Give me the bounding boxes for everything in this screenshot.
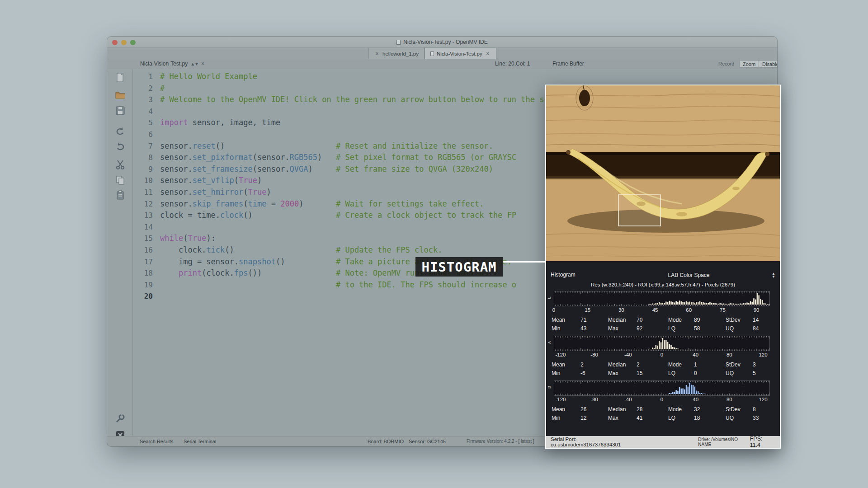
cut-icon[interactable] bbox=[115, 159, 126, 170]
stat-value: 33 bbox=[753, 415, 780, 422]
axis-tick-label: 15 bbox=[585, 307, 590, 313]
stat-label: LQ bbox=[668, 415, 694, 422]
banana-camera-image bbox=[546, 85, 780, 261]
open-folder-icon[interactable] bbox=[115, 89, 126, 100]
stat-label: UQ bbox=[726, 325, 753, 332]
axis-tick-label: -120 bbox=[555, 397, 566, 402]
line-number: 1 bbox=[133, 71, 153, 83]
close-window-button[interactable] bbox=[112, 40, 118, 45]
stat-label: UQ bbox=[726, 415, 753, 422]
b-histogram-plot bbox=[554, 380, 770, 398]
frame-buffer-panel: Histogram LAB Color Space ▲▼ Res (w:320,… bbox=[545, 84, 781, 449]
axis-tick-label: 120 bbox=[759, 352, 767, 357]
roi-selection-rect[interactable] bbox=[618, 195, 660, 226]
axis-tick-label: 75 bbox=[720, 307, 726, 313]
document-icon bbox=[396, 40, 401, 45]
document-toolbar: Nicla-Vision-Test.py ▲▼ × Line: 20,Col: … bbox=[107, 59, 777, 69]
stat-value: 92 bbox=[637, 325, 668, 332]
b-axis-labels: -120-80-4004080120 bbox=[554, 397, 770, 404]
stat-label: Mode bbox=[668, 406, 694, 413]
axis-tick-label: 120 bbox=[759, 397, 767, 402]
frame-buffer-view[interactable] bbox=[546, 85, 780, 261]
stat-label: StDev bbox=[726, 406, 753, 413]
line-number: 7 bbox=[133, 141, 153, 152]
stat-label: Min bbox=[552, 325, 580, 332]
stat-value: 84 bbox=[753, 325, 780, 332]
axis-tick-label: 0 bbox=[660, 397, 663, 402]
stat-label: Median bbox=[608, 317, 637, 324]
a-stats: Mean2Median2Mode1StDev3Min-6Max15LQ0UQ5 bbox=[546, 361, 780, 377]
device-status-bar: Serial Port: cu.usbmodem3167376334301 Dr… bbox=[546, 436, 780, 448]
line-number: 12 bbox=[133, 198, 153, 210]
l-axis-labels: 0153045607590 bbox=[554, 307, 770, 314]
line-number: 15 bbox=[133, 233, 153, 244]
a-axis-labels: -120-80-4004080120 bbox=[554, 352, 770, 359]
stat-label: UQ bbox=[726, 370, 753, 377]
zoom-window-button[interactable] bbox=[130, 40, 136, 45]
stat-label: Median bbox=[608, 406, 637, 413]
line-number: 19 bbox=[133, 279, 153, 291]
colorspace-dropdown[interactable]: LAB Color Space ▲▼ bbox=[600, 271, 777, 279]
save-icon[interactable] bbox=[115, 105, 126, 116]
axis-tick-label: -80 bbox=[590, 397, 598, 402]
search-results-toggle[interactable]: Search Results bbox=[140, 439, 174, 444]
b-stats: Mean26Median28Mode32StDev8Min12Max41LQ18… bbox=[546, 406, 780, 422]
close-tab-icon[interactable]: × bbox=[374, 51, 380, 57]
stat-value: 5 bbox=[753, 370, 780, 377]
stat-label: Mean bbox=[552, 317, 580, 324]
stat-label: LQ bbox=[668, 325, 694, 332]
histogram-channel-a: A -120-80-4004080120 Mean2Median2Mode1St… bbox=[546, 336, 780, 377]
stat-label: Max bbox=[608, 370, 637, 377]
stat-label: Mode bbox=[668, 361, 694, 368]
open-file-selector[interactable]: Nicla-Vision-Test.py ▲▼ × bbox=[140, 61, 204, 67]
close-tab-icon[interactable]: × bbox=[485, 51, 491, 57]
window-title: Nicla-Vision-Test.py - OpenMV IDE bbox=[396, 39, 488, 45]
traffic-lights bbox=[112, 40, 136, 45]
line-number: 17 bbox=[133, 256, 153, 268]
drive-info: Drive: /Volumes/NO NAME bbox=[698, 437, 750, 447]
undo-icon[interactable] bbox=[115, 126, 126, 137]
frame-buffer-label: Frame Buffer bbox=[552, 61, 584, 67]
stat-value: 0 bbox=[694, 370, 726, 377]
board-status: Board: BORMIO bbox=[368, 439, 404, 444]
tab-nicla-vision-test[interactable]: Nicla-Vision-Test.py × bbox=[425, 48, 496, 59]
disable-button[interactable]: Disable bbox=[759, 60, 777, 68]
line-number: 20 bbox=[133, 291, 153, 302]
stat-value: 26 bbox=[580, 406, 608, 413]
code-line[interactable]: 1# Hello World Example bbox=[133, 71, 777, 83]
zoom-button[interactable]: Zoom bbox=[739, 60, 759, 68]
stat-label: Mode bbox=[668, 317, 694, 324]
stat-value: 2 bbox=[580, 361, 608, 368]
new-file-icon[interactable] bbox=[115, 72, 126, 83]
axis-tick-label: -40 bbox=[624, 397, 632, 402]
line-number: 14 bbox=[133, 221, 153, 233]
stat-value: 43 bbox=[580, 325, 608, 332]
record-button[interactable]: Record bbox=[715, 60, 737, 68]
file-icon bbox=[430, 52, 434, 56]
close-file-icon[interactable]: × bbox=[201, 61, 204, 67]
copy-icon[interactable] bbox=[115, 175, 126, 186]
stat-value: 32 bbox=[694, 406, 726, 413]
stat-label: Max bbox=[608, 415, 637, 422]
annotation-pointer-line bbox=[503, 261, 545, 263]
tab-helloworld[interactable]: × helloworld_1.py bbox=[368, 48, 425, 59]
stat-value: 14 bbox=[753, 317, 780, 324]
stat-value: 89 bbox=[694, 317, 726, 324]
sensor-status: Sensor: GC2145 bbox=[409, 439, 446, 444]
line-number: 8 bbox=[133, 152, 153, 164]
redo-icon[interactable] bbox=[115, 141, 126, 152]
histogram-panel-title: Histogram bbox=[551, 272, 576, 278]
axis-tick-label: 0 bbox=[552, 307, 555, 313]
minimize-window-button[interactable] bbox=[121, 40, 127, 45]
line-number: 13 bbox=[133, 210, 153, 221]
line-number: 10 bbox=[133, 175, 153, 187]
resolution-roi-info: Res (w:320,h:240) - ROI (x:99,y:148,w:57… bbox=[546, 282, 780, 287]
stat-value: 70 bbox=[637, 317, 668, 324]
stat-value: 58 bbox=[694, 325, 726, 332]
stat-value: 28 bbox=[637, 406, 668, 413]
window-titlebar[interactable]: Nicla-Vision-Test.py - OpenMV IDE bbox=[107, 37, 777, 48]
paste-icon[interactable] bbox=[115, 190, 126, 201]
firmware-status: Firmware Version: 4.2.2 - [ latest ] bbox=[467, 439, 534, 444]
connect-icon[interactable] bbox=[115, 413, 126, 424]
serial-terminal-toggle[interactable]: Serial Terminal bbox=[184, 439, 217, 444]
